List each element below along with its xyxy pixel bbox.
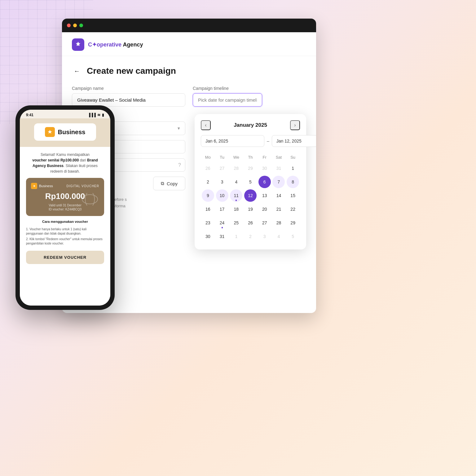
- phone-mockup: 9:41 ▐▐▐ ≋ ▮ Business Selamat! Kamu mend…: [15, 105, 115, 310]
- page-header: ← Create new campaign: [72, 66, 306, 76]
- page-title: Create new campaign: [87, 66, 176, 76]
- cal-day-26-prev[interactable]: 26: [202, 162, 214, 174]
- cal-day-15[interactable]: 15: [287, 189, 299, 202]
- voucher-card: ✦ Business DIGITAL VOUCHER Rp100.000 Val…: [26, 178, 104, 216]
- calendar-popup: ‹ January 2025 › – Mo Tu We Th F: [195, 114, 306, 249]
- voucher-steps: Voucher hanya berlaku untuk 1 (satu) kal…: [26, 227, 104, 247]
- cal-day-5-next[interactable]: 5: [287, 230, 299, 243]
- app-logo-icon: [72, 38, 84, 51]
- copy-button[interactable]: ⧉ Copy: [153, 177, 185, 190]
- cal-day-17[interactable]: 17: [216, 203, 228, 215]
- cal-day-19[interactable]: 19: [244, 203, 257, 215]
- cal-day-12[interactable]: 12: [244, 189, 257, 202]
- cal-day-11[interactable]: 11: [230, 189, 242, 202]
- cal-day-5[interactable]: 5: [244, 176, 257, 188]
- cal-day-9[interactable]: 9: [202, 189, 214, 202]
- back-button[interactable]: ←: [72, 66, 82, 76]
- form-row-1: Campaign name Campaign timeline: [72, 86, 306, 107]
- phone-body: Selamat! Kamu mendapatkan voucher senila…: [20, 147, 110, 306]
- cal-day-31-prev[interactable]: 31: [272, 162, 285, 174]
- cal-day-6[interactable]: 6: [258, 176, 271, 188]
- chevron-down-icon: ▾: [178, 126, 180, 131]
- signal-icon: ▐▐▐: [88, 113, 96, 117]
- cal-day-4-next[interactable]: 4: [272, 230, 285, 243]
- voucher-biz-icon: ✦: [31, 183, 37, 189]
- maximize-dot[interactable]: [79, 24, 83, 27]
- calendar-header: ‹ January 2025 ›: [201, 120, 300, 130]
- cal-day-29-prev[interactable]: 29: [244, 162, 257, 174]
- cal-header-fr: Fr: [258, 153, 272, 161]
- voucher-valid: Valid until 31 December: [31, 204, 99, 207]
- cal-day-1-next[interactable]: 1: [230, 230, 242, 243]
- cal-day-30-prev[interactable]: 30: [258, 162, 271, 174]
- cal-day-29[interactable]: 29: [287, 217, 299, 229]
- campaign-timeline-input[interactable]: [193, 93, 262, 107]
- cal-header-su: Su: [286, 153, 300, 161]
- close-dot[interactable]: [67, 24, 71, 27]
- cal-day-26[interactable]: 26: [244, 217, 257, 229]
- minimize-dot[interactable]: [73, 24, 77, 27]
- cal-day-23[interactable]: 23: [202, 217, 214, 229]
- cal-day-28-prev[interactable]: 28: [230, 162, 242, 174]
- phone-status-icons: ▐▐▐ ≋ ▮: [88, 113, 104, 117]
- cal-header-sat: Sat: [272, 153, 286, 161]
- phone-statusbar: 9:41 ▐▐▐ ≋ ▮: [20, 110, 110, 118]
- browser-titlebar: [62, 19, 316, 32]
- cal-day-27[interactable]: 27: [258, 217, 271, 229]
- phone-header-area: Business: [20, 118, 110, 147]
- calendar-prev-button[interactable]: ‹: [201, 120, 211, 130]
- cal-day-21[interactable]: 21: [272, 203, 285, 215]
- cal-day-3[interactable]: 3: [216, 176, 228, 188]
- redeem-voucher-button[interactable]: REDEEM VOUCHER: [26, 251, 104, 264]
- date-range-start-input[interactable]: [201, 135, 264, 147]
- calendar-next-button[interactable]: ›: [290, 120, 300, 130]
- phone-time: 9:41: [26, 113, 33, 117]
- business-icon: [45, 127, 55, 137]
- voucher-type-label: DIGITAL VOUCHER: [66, 184, 99, 188]
- voucher-id: ID voucher: KZ4ABCQ3: [31, 208, 99, 211]
- voucher-step-2: Klik tombol "Redeem voucher" untuk memul…: [26, 237, 104, 246]
- app-name: C✦operative Agency: [88, 41, 143, 48]
- cal-day-27-prev[interactable]: 27: [216, 162, 228, 174]
- cal-day-1[interactable]: 1: [287, 162, 299, 174]
- campaign-name-label: Campaign name: [72, 86, 185, 91]
- cal-header-mo: Mo: [201, 153, 215, 161]
- campaign-name-input[interactable]: [72, 93, 185, 107]
- app-header: C✦operative Agency: [62, 32, 316, 56]
- cal-day-8[interactable]: 8: [287, 176, 299, 188]
- campaign-timeline-group: Campaign timeline: [193, 86, 306, 107]
- cal-day-28[interactable]: 28: [272, 217, 285, 229]
- date-range-row: –: [201, 135, 300, 147]
- voucher-instructions-title: Cara menggunakan voucher: [26, 220, 104, 223]
- voucher-step-1: Voucher hanya berlaku untuk 1 (satu) kal…: [26, 227, 104, 236]
- cal-day-10[interactable]: 10: [216, 189, 228, 202]
- business-name: Business: [58, 129, 86, 136]
- cal-day-14[interactable]: 14: [272, 189, 285, 202]
- cal-header-tu: Tu: [215, 153, 229, 161]
- calendar-month-title: January 2025: [234, 122, 267, 128]
- calendar-grid: Mo Tu We Th Fr Sat Su 26 27 28 29 30 31: [201, 153, 300, 243]
- copy-icon: ⧉: [161, 181, 164, 186]
- cal-day-30[interactable]: 30: [202, 230, 214, 243]
- cal-day-18[interactable]: 18: [230, 203, 242, 215]
- cal-day-2-next[interactable]: 2: [244, 230, 257, 243]
- cal-day-20[interactable]: 20: [258, 203, 271, 215]
- business-logo-area: Business: [34, 123, 96, 141]
- cal-day-7[interactable]: 7: [272, 176, 285, 188]
- cal-day-31[interactable]: 31: [216, 230, 228, 243]
- cal-day-13[interactable]: 13: [258, 189, 271, 202]
- battery-icon: ▮: [102, 113, 104, 117]
- cal-header-we: We: [229, 153, 243, 161]
- cal-header-th: Th: [243, 153, 258, 161]
- cal-day-3-next[interactable]: 3: [258, 230, 271, 243]
- date-range-end-input[interactable]: [272, 135, 316, 147]
- cal-day-24[interactable]: 24: [216, 217, 228, 229]
- copy-label: Copy: [167, 181, 178, 186]
- cal-day-16[interactable]: 16: [202, 203, 214, 215]
- cal-day-22[interactable]: 22: [287, 203, 299, 215]
- question-circle-icon: ?: [178, 162, 181, 168]
- phone-screen: 9:41 ▐▐▐ ≋ ▮ Business Selamat! Kamu mend…: [20, 110, 110, 306]
- cal-day-25[interactable]: 25: [230, 217, 242, 229]
- cal-day-4[interactable]: 4: [230, 176, 242, 188]
- cal-day-2[interactable]: 2: [202, 176, 214, 188]
